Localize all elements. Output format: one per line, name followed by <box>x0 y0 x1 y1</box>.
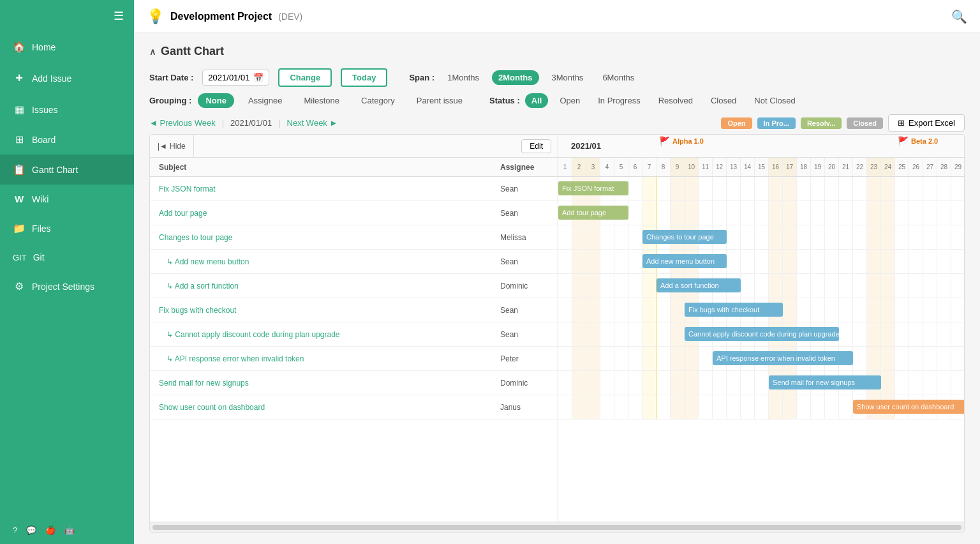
gantt-task-bar[interactable]: Cannot apply discount code during plan u… <box>685 327 839 341</box>
android-icon[interactable]: 🤖 <box>64 525 75 535</box>
gantt-cell <box>671 322 685 346</box>
sidebar-item-issues[interactable]: ▦ Issues <box>0 94 134 125</box>
status-inprogress[interactable]: In Progress <box>591 93 646 108</box>
gantt-cell <box>895 274 909 298</box>
table-row: ↳ Add new menu button Sean <box>150 250 558 274</box>
gantt-icon: 📋 <box>13 163 26 176</box>
help-icon[interactable]: ? <box>13 525 17 535</box>
gantt-cell <box>797 225 811 249</box>
edit-button[interactable]: Edit <box>521 139 551 153</box>
sidebar-item-board[interactable]: ⊞ Board <box>0 125 134 155</box>
gantt-cell <box>839 274 853 298</box>
row-subject[interactable]: Send mail for new signups <box>150 379 500 388</box>
add-icon: + <box>13 71 26 86</box>
gantt-cell <box>727 177 741 200</box>
row-subject[interactable]: Changes to tour page <box>150 233 500 242</box>
gantt-task-bar[interactable]: Fix bugs with checkout <box>685 303 783 317</box>
sidebar-footer: ? 💬 🍎 🤖 <box>0 517 134 544</box>
gantt-bar-row: Add a sort function <box>558 274 964 298</box>
hamburger-icon[interactable]: ☰ <box>114 9 124 23</box>
gantt-cell <box>825 201 839 225</box>
group-parent[interactable]: Parent issue <box>409 93 470 108</box>
row-assignee: Sean <box>500 257 558 266</box>
hide-button[interactable]: |◄ Hide <box>150 135 194 157</box>
group-assignee[interactable]: Assignee <box>241 93 290 108</box>
next-week-link[interactable]: Next Week ► <box>287 118 338 128</box>
row-subject[interactable]: Fix bugs with checkout <box>150 306 500 315</box>
gantt-cell <box>572 371 586 395</box>
gantt-task-bar[interactable]: Add tour page <box>558 206 628 220</box>
row-subject[interactable]: Show user count on dashboard <box>150 403 500 412</box>
status-all[interactable]: All <box>525 93 549 108</box>
gantt-cell <box>923 298 937 322</box>
gantt-bar-row: Fix bugs with checkout <box>558 298 964 322</box>
date-input[interactable]: 2021/01/01 📅 <box>202 70 269 86</box>
sidebar-item-label: Board <box>32 135 56 145</box>
gantt-task-bar[interactable]: Changes to tour page <box>642 230 727 244</box>
calendar-icon[interactable]: 📅 <box>253 73 264 82</box>
row-subject[interactable]: Add tour page <box>150 209 500 218</box>
gantt-cell <box>671 177 685 200</box>
gantt-cell <box>614 250 628 273</box>
gantt-cell <box>755 371 769 395</box>
prev-week-link[interactable]: ◄ Previous Week <box>149 118 216 128</box>
apple-icon[interactable]: 🍎 <box>45 525 56 535</box>
span-3months[interactable]: 3Months <box>546 70 590 85</box>
gantt-task-bar[interactable]: API response error when invalid token <box>713 351 853 365</box>
sidebar-item-label: Files <box>32 223 51 234</box>
row-subject[interactable]: ↳ Add a sort function <box>150 282 500 291</box>
sidebar-item-wiki[interactable]: W Wiki <box>0 185 134 213</box>
row-subject[interactable]: ↳ Add new menu button <box>150 257 500 266</box>
span-6months[interactable]: 6Months <box>596 70 641 85</box>
sidebar-item-git[interactable]: GIT Git <box>0 243 134 271</box>
sidebar-item-gantt[interactable]: 📋 Gantt Chart <box>0 155 134 185</box>
row-assignee: Sean <box>500 330 558 339</box>
gantt-cell <box>881 274 895 298</box>
sidebar-item-add-issue[interactable]: + Add Issue <box>0 62 134 94</box>
export-excel-button[interactable]: ⊞ Export Excel <box>888 114 965 132</box>
today-button[interactable]: Today <box>341 68 387 87</box>
gantt-task-bar[interactable]: Fix JSON format <box>558 181 628 195</box>
gantt-cell <box>937 274 951 298</box>
gantt-cell <box>951 225 964 249</box>
day-cell: 18 <box>797 158 811 176</box>
day-cell: 11 <box>699 158 713 176</box>
gantt-task-bar[interactable]: Show user count on dashboard <box>853 400 964 414</box>
sidebar-header: ☰ <box>0 0 134 32</box>
status-resolved[interactable]: Resolved <box>652 93 699 108</box>
gantt-cell <box>769 274 783 298</box>
group-milestone[interactable]: Milestone <box>296 93 347 108</box>
controls-row-1: Start Date : 2021/01/01 📅 Change Today S… <box>149 68 965 87</box>
chat-icon[interactable]: 💬 <box>26 525 36 535</box>
sidebar-item-project-settings[interactable]: ⚙ Project Settings <box>0 271 134 301</box>
gantt-cell <box>881 347 895 370</box>
group-category[interactable]: Category <box>353 93 403 108</box>
gantt-grid: 2021/01 🚩Alpha 1.0🚩Beta 2.0 123456789101… <box>558 135 964 522</box>
change-button[interactable]: Change <box>278 68 332 87</box>
sidebar-item-files[interactable]: 📁 Files <box>0 213 134 243</box>
status-closed[interactable]: Closed <box>704 93 743 108</box>
sidebar-item-home[interactable]: 🏠 Home <box>0 32 134 62</box>
row-subject[interactable]: Fix JSON format <box>150 185 500 193</box>
gantt-cell <box>811 225 825 249</box>
gantt-task-bar[interactable]: Add a sort function <box>657 278 741 292</box>
row-subject[interactable]: ↳ API response error when invalid token <box>150 354 500 363</box>
search-button[interactable]: 🔍 <box>951 9 967 24</box>
span-2months[interactable]: 2Months <box>492 70 538 85</box>
collapse-icon[interactable]: ∧ <box>149 47 156 57</box>
gantt-cell <box>727 250 741 273</box>
gantt-cell <box>614 225 628 249</box>
gantt-cell <box>769 201 783 225</box>
gantt-task-bar[interactable]: Add new menu button <box>642 254 727 268</box>
span-1months[interactable]: 1Months <box>441 70 486 85</box>
day-cell: 21 <box>839 158 853 176</box>
group-none[interactable]: None <box>198 93 234 108</box>
project-name: Development Project <box>170 11 272 22</box>
status-notclosed[interactable]: Not Closed <box>748 93 801 108</box>
gantt-task-bar[interactable]: Send mail for new signups <box>769 375 881 389</box>
bottom-scrollbar[interactable] <box>150 522 964 532</box>
row-subject[interactable]: ↳ Cannot apply discount code during plan… <box>150 330 500 339</box>
status-open[interactable]: Open <box>553 93 586 108</box>
legend-inprog: In Pro... <box>757 117 796 129</box>
gantt-cell <box>685 395 699 419</box>
